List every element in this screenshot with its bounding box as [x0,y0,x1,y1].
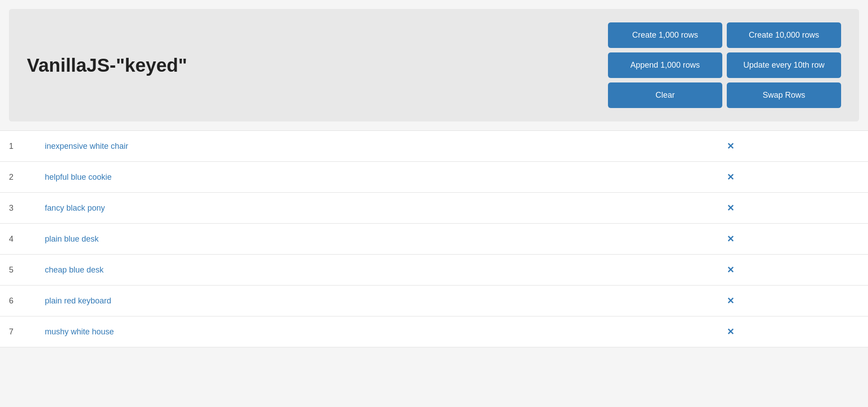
delete-button[interactable]: ✕ [722,294,739,308]
row-spacer [748,255,868,286]
row-id: 4 [0,224,36,255]
update-10th-button[interactable]: Update every 10th row [727,52,841,78]
row-spacer [748,193,868,224]
row-delete-cell: ✕ [712,131,748,162]
row-label[interactable]: cheap blue desk [36,255,712,286]
row-spacer [748,286,868,316]
row-spacer [748,131,868,162]
row-label[interactable]: helpful blue cookie [36,162,712,193]
app-title: VanillaJS-"keyed" [27,55,187,76]
row-delete-cell: ✕ [712,286,748,316]
table-row: 1inexpensive white chair✕ [0,131,868,162]
row-id: 1 [0,131,36,162]
row-delete-cell: ✕ [712,255,748,286]
data-table: 1inexpensive white chair✕2helpful blue c… [0,130,868,347]
delete-button[interactable]: ✕ [722,201,739,215]
row-label[interactable]: plain blue desk [36,224,712,255]
row-spacer [748,162,868,193]
table-row: 6plain red keyboard✕ [0,286,868,316]
row-label[interactable]: plain red keyboard [36,286,712,316]
button-grid: Create 1,000 rowsCreate 10,000 rowsAppen… [608,22,841,108]
row-label[interactable]: fancy black pony [36,193,712,224]
row-delete-cell: ✕ [712,224,748,255]
delete-button[interactable]: ✕ [722,139,739,153]
row-id: 5 [0,255,36,286]
table-row: 2helpful blue cookie✕ [0,162,868,193]
row-delete-cell: ✕ [712,193,748,224]
row-spacer [748,316,868,347]
table-row: 5cheap blue desk✕ [0,255,868,286]
clear-button[interactable]: Clear [608,82,722,108]
delete-button[interactable]: ✕ [722,170,739,184]
delete-button[interactable]: ✕ [722,325,739,339]
row-spacer [748,224,868,255]
row-label[interactable]: mushy white house [36,316,712,347]
table-row: 4plain blue desk✕ [0,224,868,255]
row-id: 7 [0,316,36,347]
delete-button[interactable]: ✕ [722,263,739,277]
create-10k-button[interactable]: Create 10,000 rows [727,22,841,48]
row-id: 3 [0,193,36,224]
append-1k-button[interactable]: Append 1,000 rows [608,52,722,78]
table-row: 3fancy black pony✕ [0,193,868,224]
table-row: 7mushy white house✕ [0,316,868,347]
create-1k-button[interactable]: Create 1,000 rows [608,22,722,48]
header-panel: VanillaJS-"keyed" Create 1,000 rowsCreat… [9,9,859,121]
row-delete-cell: ✕ [712,162,748,193]
delete-button[interactable]: ✕ [722,232,739,246]
row-label[interactable]: inexpensive white chair [36,131,712,162]
swap-rows-button[interactable]: Swap Rows [727,82,841,108]
row-id: 2 [0,162,36,193]
row-id: 6 [0,286,36,316]
row-delete-cell: ✕ [712,316,748,347]
